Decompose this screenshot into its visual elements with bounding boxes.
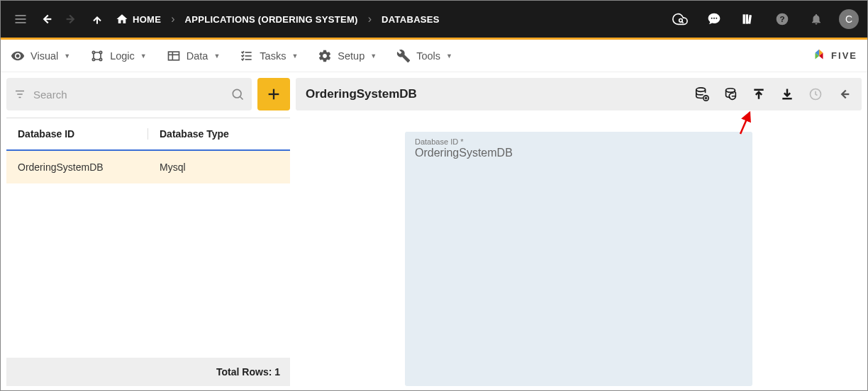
svg-rect-20	[168, 52, 179, 60]
menu-setup[interactable]: Setup ▼	[318, 49, 377, 63]
svg-point-37	[696, 88, 706, 91]
detail-title: OrderingSystemDB	[306, 87, 417, 101]
logo: FIVE	[811, 48, 857, 64]
menu-label: Tasks	[260, 50, 286, 62]
chevron-down-icon: ▼	[370, 52, 377, 60]
checklist-icon	[240, 49, 254, 63]
upload-icon[interactable]	[751, 86, 767, 102]
detail-actions	[694, 86, 852, 102]
svg-rect-42	[754, 89, 763, 91]
field-label: Database ID *	[415, 137, 742, 146]
add-button[interactable]	[257, 78, 290, 110]
menu-data[interactable]: Data ▼	[167, 49, 221, 63]
menubar: Visual ▼ Logic ▼ Data ▼ Tasks ▼ Setup ▼ …	[1, 40, 867, 72]
home-icon	[116, 13, 128, 26]
breadcrumb-applications[interactable]: APPLICATIONS (ORDERING SYSTEM)	[181, 14, 362, 25]
svg-point-41	[726, 89, 735, 93]
avatar[interactable]: C	[839, 9, 859, 29]
cloud-search-icon[interactable]	[669, 8, 691, 30]
breadcrumb-home[interactable]: HOME	[111, 13, 165, 26]
table-icon	[167, 49, 181, 63]
menu-label: Visual	[30, 50, 58, 62]
column-header-id[interactable]: Database ID	[6, 128, 148, 140]
plus-icon	[266, 86, 282, 102]
detail-header: OrderingSystemDB	[296, 78, 862, 110]
search-icon	[230, 87, 245, 101]
tools-icon	[396, 49, 411, 63]
breadcrumb-databases[interactable]: DATABASES	[377, 14, 444, 25]
chevron-right-icon: ›	[168, 13, 177, 26]
table-row[interactable]: OrderingSystemDB Mysql	[6, 151, 290, 183]
svg-rect-11	[743, 14, 745, 23]
chevron-down-icon: ▼	[64, 52, 70, 60]
field-value: OrderingSystemDB	[415, 147, 742, 159]
svg-text:?: ?	[779, 14, 784, 23]
svg-rect-43	[782, 98, 791, 100]
history-icon[interactable]	[808, 86, 823, 102]
menu-tasks[interactable]: Tasks ▼	[240, 49, 298, 63]
data-table: Database ID Database Type OrderingSystem…	[6, 118, 290, 386]
breadcrumb-label: DATABASES	[382, 14, 440, 25]
topbar-left: HOME › APPLICATIONS (ORDERING SYSTEM) › …	[9, 8, 444, 30]
cell-type: Mysql	[148, 162, 290, 173]
chevron-down-icon: ▼	[140, 52, 147, 60]
menu-label: Data	[187, 50, 208, 62]
search-input[interactable]: Search	[6, 78, 252, 110]
topbar: HOME › APPLICATIONS (ORDERING SYSTEM) › …	[1, 1, 867, 38]
table-header: Database ID Database Type	[6, 118, 290, 151]
help-icon[interactable]: ?	[771, 8, 794, 30]
topbar-right: ? C	[669, 8, 859, 30]
up-button[interactable]	[86, 8, 108, 30]
svg-point-19	[99, 58, 101, 60]
detail-panel: OrderingSystemDB	[296, 78, 862, 386]
back-arrow-icon[interactable]	[836, 86, 852, 102]
chevron-down-icon: ▼	[446, 52, 452, 60]
menu-logic[interactable]: Logic ▼	[90, 49, 147, 63]
forward-button[interactable]	[60, 8, 83, 30]
bell-icon[interactable]	[805, 8, 828, 30]
svg-rect-13	[748, 15, 752, 24]
svg-line-7	[682, 22, 684, 23]
svg-point-16	[92, 51, 94, 53]
svg-point-6	[679, 19, 683, 23]
svg-line-47	[740, 113, 750, 134]
search-placeholder: Search	[33, 89, 230, 101]
search-row: Search	[6, 78, 290, 110]
menu-label: Tools	[416, 50, 440, 62]
menu-label: Setup	[338, 50, 365, 62]
svg-point-10	[716, 18, 717, 19]
chevron-right-icon: ›	[365, 13, 374, 26]
table-footer: Total Rows: 1	[6, 358, 290, 386]
avatar-letter: C	[845, 13, 852, 25]
menu-tools[interactable]: Tools ▼	[396, 49, 452, 63]
menu-visual[interactable]: Visual ▼	[11, 49, 70, 63]
chat-icon[interactable]	[703, 8, 725, 30]
breadcrumb-label: APPLICATIONS (ORDERING SYSTEM)	[185, 14, 358, 25]
refresh-database-icon[interactable]	[723, 86, 738, 102]
svg-point-9	[713, 18, 715, 19]
download-icon[interactable]	[779, 86, 795, 102]
svg-point-17	[99, 51, 101, 53]
chevron-down-icon: ▼	[291, 52, 298, 60]
library-icon[interactable]	[737, 8, 760, 30]
column-header-type[interactable]: Database Type	[148, 128, 290, 140]
svg-point-33	[233, 89, 241, 98]
back-button[interactable]	[35, 8, 57, 30]
logic-icon	[90, 49, 104, 63]
svg-point-8	[711, 18, 713, 19]
total-rows-label: Total Rows: 1	[216, 366, 280, 378]
hamburger-icon[interactable]	[9, 8, 32, 30]
gear-icon	[318, 49, 332, 63]
logo-icon	[811, 48, 827, 64]
eye-icon	[11, 49, 25, 63]
logo-text: FIVE	[831, 50, 857, 61]
left-panel: Search Database ID Database Type Orderin…	[6, 78, 290, 386]
detail-body: Database ID * OrderingSystemDB	[296, 110, 862, 386]
database-add-icon[interactable]	[694, 86, 710, 102]
svg-point-18	[92, 58, 94, 60]
cell-id: OrderingSystemDB	[6, 162, 148, 173]
filter-icon	[13, 88, 26, 101]
menubar-left: Visual ▼ Logic ▼ Data ▼ Tasks ▼ Setup ▼ …	[11, 49, 452, 63]
svg-rect-12	[746, 14, 748, 23]
database-id-field[interactable]: Database ID * OrderingSystemDB	[405, 132, 752, 386]
